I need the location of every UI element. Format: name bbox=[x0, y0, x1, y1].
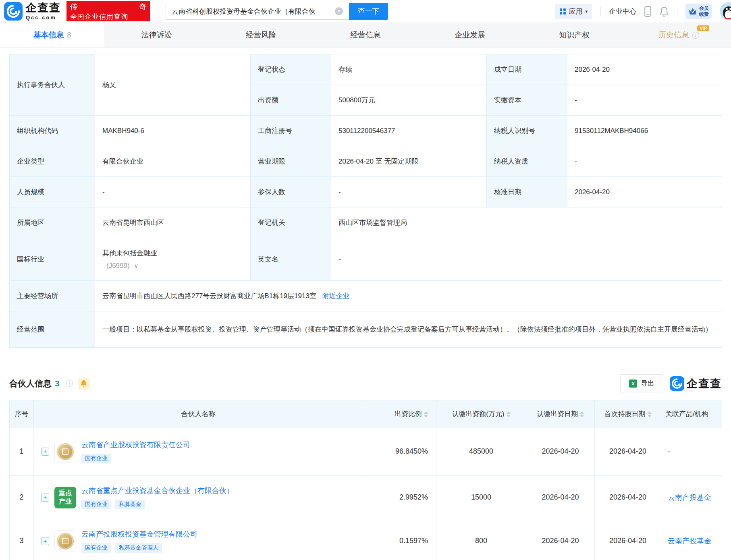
expand-button[interactable]: + bbox=[41, 537, 49, 545]
sort-icon[interactable] bbox=[580, 411, 584, 417]
tag-private-fund-manager[interactable]: 私募基金管理人 bbox=[115, 543, 162, 553]
field-value-org-code: MAKBH940-6 bbox=[95, 116, 251, 146]
field-label-establish-date: 成立日期 bbox=[487, 54, 567, 85]
tag-state-owned[interactable]: 国有企业 bbox=[81, 500, 111, 509]
mobile-app-button[interactable] bbox=[644, 6, 651, 17]
field-label-reg-number: 工商注册号 bbox=[251, 116, 331, 146]
field-label-company-type: 企业类型 bbox=[10, 146, 95, 177]
tab-count: 8 bbox=[67, 31, 71, 39]
field-label-business-term: 营业期限 bbox=[251, 146, 331, 177]
partners-section-header: 合伙人信息 3 i x 导出 企查查 bbox=[9, 374, 722, 392]
crown-icon bbox=[688, 7, 697, 15]
col-amount[interactable]: 认缴出资额(万元) bbox=[436, 401, 526, 427]
avatar[interactable] bbox=[720, 2, 731, 20]
membership-line1: 会员 bbox=[699, 5, 709, 11]
info-icon[interactable]: i bbox=[66, 380, 73, 387]
col-ratio[interactable]: 出资比例 bbox=[363, 401, 436, 427]
partner-pay-date: 2026-04-20 bbox=[526, 476, 595, 519]
tab-operation-risk[interactable]: 经营风险 bbox=[209, 23, 313, 47]
tab-history-info[interactable]: VIP 历史信息 i bbox=[627, 23, 731, 47]
partner-amount: 15000 bbox=[436, 476, 526, 519]
field-value-company-type: 有限合伙企业 bbox=[95, 146, 251, 177]
qcc-logo[interactable]: 企查查 Qcc.com bbox=[4, 2, 61, 21]
partner-row: 2 + 重点 产业 云南省重点产业投资基金合伙企业（有限合伙） 国有企业 私募基… bbox=[10, 476, 722, 519]
vip-badge: VIP bbox=[697, 25, 709, 31]
field-value-address: 云南省昆明市西山区人民西路277号云投财富商业广场B1栋19层1913室 附近企… bbox=[95, 281, 722, 311]
top-header: 企查查 Qcc.com 传 奇 全国企业信用查询 × 查一下 应用 ▾ 企业中心 bbox=[0, 0, 731, 23]
field-label-english-name: 英文名 bbox=[251, 238, 331, 281]
clear-icon[interactable]: × bbox=[335, 7, 343, 15]
enterprise-center-link[interactable]: 企业中心 bbox=[609, 7, 636, 16]
qcc-watermark-logo: 企查查 bbox=[670, 376, 722, 391]
partner-ratio: 96.8450% bbox=[363, 427, 436, 476]
partner-row: 1 + 云南省产业股权投资有限责任公司 国有企业 96.8450% 485000… bbox=[10, 427, 722, 476]
table-row: 所属地区 云南省昆明市西山区 登记机关 西山区市场监督管理局 bbox=[10, 207, 722, 238]
tab-basic-info[interactable]: 基本信息 8 bbox=[0, 23, 104, 47]
tag-state-owned[interactable]: 国有企业 bbox=[81, 543, 111, 553]
partner-pay-date: 2026-04-20 bbox=[526, 427, 595, 476]
partners-table-header: 序号 合伙人名称 出资比例 认缴出资额(万元) 认缴出资日期 首次持股日期 关联… bbox=[10, 401, 722, 427]
banner-line2: 全国企业信用查询 bbox=[70, 12, 147, 21]
search-input[interactable] bbox=[172, 7, 335, 15]
sort-icon[interactable] bbox=[507, 411, 511, 417]
col-pay-date[interactable]: 认缴出资日期 bbox=[526, 401, 595, 427]
field-value-english-name: - bbox=[331, 238, 722, 281]
table-row: 企业类型 有限合伙企业 营业期限 2026-04-20 至 无固定期限 纳税人资… bbox=[10, 146, 722, 177]
tab-intellectual-property[interactable]: 知识产权 bbox=[522, 23, 627, 47]
tab-operation-info[interactable]: 经营信息 bbox=[313, 23, 417, 47]
field-value-business-scope: 一般项目：以私募基金从事股权投资、投资管理、资产管理等活动（须在中国证券投资基金… bbox=[95, 311, 722, 348]
col-first-date[interactable]: 首次持股日期 bbox=[595, 401, 661, 427]
related-product-link[interactable]: 云南产投基金 bbox=[668, 494, 711, 502]
sort-icon[interactable] bbox=[424, 411, 428, 417]
notifications-button[interactable] bbox=[659, 6, 669, 17]
apps-label: 应用 bbox=[569, 7, 582, 16]
expand-button[interactable]: + bbox=[41, 494, 49, 502]
partners-count: 3 bbox=[55, 379, 60, 388]
industry-code: (J6999) bbox=[106, 262, 130, 270]
table-row: 主要经营场所 云南省昆明市西山区人民西路277号云投财富商业广场B1栋19层19… bbox=[10, 281, 722, 311]
apps-menu-button[interactable]: 应用 ▾ bbox=[555, 4, 592, 19]
field-label-staff-size: 人员规模 bbox=[10, 177, 95, 207]
watermark-brand-text: 企查查 bbox=[687, 376, 722, 391]
monitor-bell-button[interactable] bbox=[78, 377, 90, 390]
tag-private-fund[interactable]: 私募基金 bbox=[115, 500, 145, 509]
field-value-capital: 500800万元 bbox=[331, 85, 487, 116]
chevron-down-icon[interactable]: ∨ bbox=[134, 262, 138, 269]
company-logo: 重点 产业 bbox=[54, 487, 76, 508]
field-label-org-code: 组织机构代码 bbox=[10, 116, 95, 146]
field-label-insured-count: 参保人数 bbox=[251, 177, 331, 207]
search-button[interactable]: 查一下 bbox=[349, 3, 388, 20]
field-value-taxpayer-id: 91530112MAKBH94066 bbox=[567, 116, 722, 146]
membership-line2: 续费 bbox=[699, 11, 709, 17]
partner-name-link[interactable]: 云南省产业股权投资有限责任公司 bbox=[81, 441, 190, 449]
tab-bar: 基本信息 8 法律诉讼 经营风险 经营信息 企业发展 知识产权 VIP 历史信息… bbox=[0, 23, 731, 48]
sort-icon[interactable] bbox=[648, 411, 652, 417]
nearby-companies-link[interactable]: 附近企业 bbox=[322, 292, 350, 300]
tab-company-development[interactable]: 企业发展 bbox=[418, 23, 522, 47]
col-related: 关联产品/机构 bbox=[661, 401, 722, 427]
partner-name-link[interactable]: 云南省重点产业投资基金合伙企业（有限合伙） bbox=[81, 487, 234, 495]
export-button[interactable]: x 导出 bbox=[620, 374, 663, 392]
field-value-approval-date: 2026-04-20 bbox=[567, 177, 722, 207]
table-row: 组织机构代码 MAKBH940-6 工商注册号 530112200546377 … bbox=[10, 116, 722, 146]
field-value-paid-capital: - bbox=[567, 85, 722, 116]
tab-legal-litigation[interactable]: 法律诉讼 bbox=[104, 23, 209, 47]
info-icon[interactable]: i bbox=[692, 32, 699, 39]
partner-row: 3 + 云南产投股权投资基金管理有限公司 国有企业 私募基金管理人 0.1597… bbox=[10, 519, 722, 560]
partner-name-link[interactable]: 云南产投股权投资基金管理有限公司 bbox=[81, 530, 197, 538]
phone-icon bbox=[644, 6, 651, 17]
promo-banner[interactable]: 传 奇 全国企业信用查询 bbox=[66, 1, 150, 21]
field-value-industry: 其他未包括金融业 (J6999) ∨ bbox=[95, 238, 251, 281]
field-label-approval-date: 核准日期 bbox=[487, 177, 567, 207]
table-row: 人员规模 - 参保人数 - 核准日期 2026-04-20 bbox=[10, 177, 722, 207]
partner-first-date: 2026-04-20 bbox=[595, 427, 661, 476]
apps-grid-icon bbox=[560, 8, 566, 15]
search-bar: × 查一下 bbox=[166, 3, 388, 20]
partner-amount: 800 bbox=[436, 519, 526, 560]
field-value-insured-count: - bbox=[331, 177, 487, 207]
membership-renewal-button[interactable]: 会员 续费 bbox=[685, 4, 712, 19]
related-product-link[interactable]: 云南产投基金 bbox=[668, 537, 711, 545]
field-value-business-term: 2026-04-20 至 无固定期限 bbox=[331, 146, 487, 177]
tag-state-owned[interactable]: 国有企业 bbox=[81, 454, 111, 463]
expand-button[interactable]: + bbox=[41, 448, 49, 456]
